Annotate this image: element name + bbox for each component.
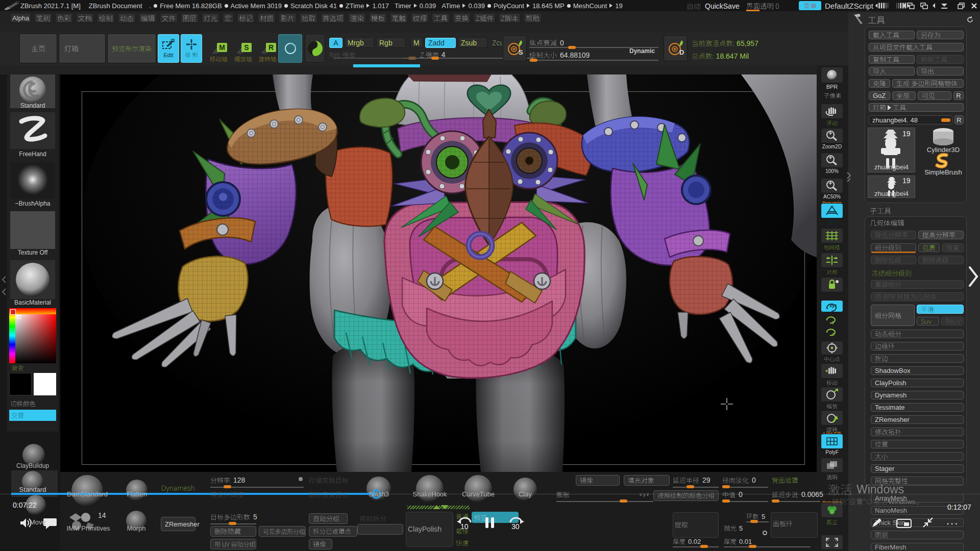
svg-text:S: S [244, 43, 249, 52]
svg-text:y: y [832, 319, 835, 324]
svg-text:S: S [519, 48, 523, 56]
svg-text:xyz: xyz [829, 303, 837, 308]
svg-text:R: R [268, 43, 274, 52]
svg-text:D: D [679, 48, 684, 56]
svg-text:M: M [219, 43, 225, 52]
svg-text:z: z [832, 332, 835, 337]
